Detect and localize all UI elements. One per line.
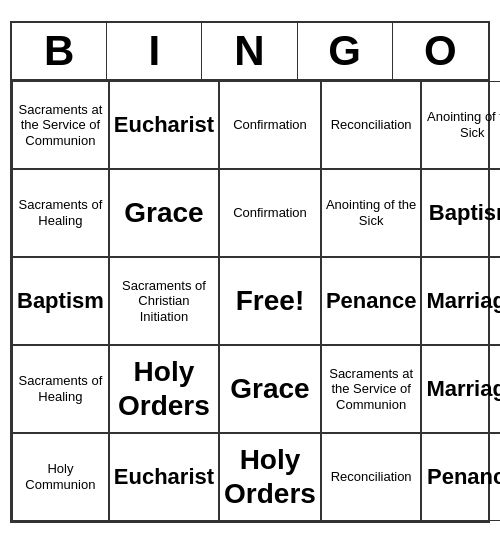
bingo-cell-r0-c2: Confirmation (219, 81, 321, 169)
bingo-cell-r4-c4: Penance (421, 433, 500, 521)
bingo-letter-g: G (298, 23, 393, 79)
bingo-letter-i: I (107, 23, 202, 79)
bingo-cell-r2-c4: Marriage (421, 257, 500, 345)
bingo-cell-r3-c3: Sacraments at the Service of Communion (321, 345, 422, 433)
bingo-grid: Sacraments at the Service of CommunionEu… (12, 81, 488, 521)
bingo-cell-r1-c3: Anointing of the Sick (321, 169, 422, 257)
bingo-cell-r3-c0: Sacraments of Healing (12, 345, 109, 433)
bingo-cell-r4-c0: Holy Communion (12, 433, 109, 521)
bingo-cell-r1-c4: Baptism (421, 169, 500, 257)
bingo-cell-r0-c4: Anointing of the Sick (421, 81, 500, 169)
bingo-letter-o: O (393, 23, 488, 79)
bingo-header: BINGO (12, 23, 488, 81)
bingo-cell-r4-c3: Reconciliation (321, 433, 422, 521)
bingo-cell-r1-c2: Confirmation (219, 169, 321, 257)
bingo-cell-r0-c3: Reconciliation (321, 81, 422, 169)
bingo-cell-r3-c1: Holy Orders (109, 345, 219, 433)
bingo-cell-r3-c4: Marriage (421, 345, 500, 433)
bingo-cell-r1-c1: Grace (109, 169, 219, 257)
bingo-card: BINGO Sacraments at the Service of Commu… (10, 21, 490, 523)
bingo-cell-r2-c0: Baptism (12, 257, 109, 345)
bingo-letter-b: B (12, 23, 107, 79)
bingo-cell-r2-c3: Penance (321, 257, 422, 345)
bingo-cell-r0-c0: Sacraments at the Service of Communion (12, 81, 109, 169)
bingo-cell-r4-c1: Eucharist (109, 433, 219, 521)
bingo-cell-r0-c1: Eucharist (109, 81, 219, 169)
bingo-cell-r4-c2: Holy Orders (219, 433, 321, 521)
bingo-cell-r3-c2: Grace (219, 345, 321, 433)
bingo-cell-r2-c2: Free! (219, 257, 321, 345)
bingo-letter-n: N (202, 23, 297, 79)
bingo-cell-r1-c0: Sacraments of Healing (12, 169, 109, 257)
bingo-cell-r2-c1: Sacraments of Christian Initiation (109, 257, 219, 345)
